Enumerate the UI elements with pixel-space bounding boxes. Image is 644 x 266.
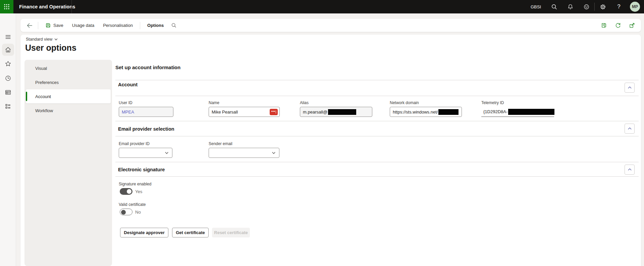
signature-enabled-toggle[interactable] [120, 188, 132, 195]
user-id-value: MPEA [122, 109, 134, 115]
forms-list-icon[interactable] [4, 102, 12, 110]
section-title-email: Email provider selection [118, 126, 174, 132]
field-user-id: User ID MPEA [119, 100, 173, 117]
alias-value: m.pearsall@ [303, 109, 327, 115]
topbar: Finance and Operations GBSI [0, 0, 644, 13]
tab-preferences[interactable]: Preferences [26, 75, 111, 89]
get-certificate-button[interactable]: Get certificate [172, 228, 209, 237]
alias-input[interactable]: m.pearsall@ [300, 107, 372, 117]
chevron-down-icon [271, 150, 276, 155]
valid-certificate-state: No [135, 210, 141, 215]
telemetry-id-value: {1D292D8A- [483, 109, 507, 114]
page-title: User options [25, 43, 76, 53]
email-provider-id-combobox[interactable] [119, 148, 172, 158]
hamburger-menu-icon[interactable] [4, 33, 12, 41]
name-label: Name [209, 100, 280, 105]
save-button[interactable]: Save [41, 20, 68, 31]
topbar-divider [71, 0, 72, 13]
field-network-domain: Network domain https://sts.windows.net/ [390, 100, 462, 117]
field-telemetry-id: Telemetry ID {1D292D8A- [481, 100, 554, 117]
actionbar-search-icon[interactable] [168, 20, 179, 31]
collapse-email-button[interactable] [625, 124, 635, 134]
notifications-bell-icon[interactable] [562, 0, 578, 13]
section-divider [115, 136, 639, 136]
form-heading: Set up account information [115, 64, 180, 70]
lastpass-icon[interactable]: ••• [270, 109, 278, 115]
content-card: Standard view User options Visual Prefer… [20, 35, 641, 266]
field-email-provider-id: Email provider ID [119, 141, 172, 158]
sender-email-combobox[interactable] [209, 148, 279, 158]
chevron-down-icon [164, 150, 169, 155]
chevron-up-icon [627, 126, 632, 131]
telemetry-id-field: {1D292D8A- [481, 107, 554, 117]
personalisation-button[interactable]: Personalisation [99, 20, 137, 31]
workspaces-window-icon[interactable] [4, 88, 12, 96]
feedback-smiley-icon[interactable] [578, 0, 594, 13]
alias-label: Alias [300, 100, 372, 105]
reset-certificate-button[interactable]: Reset certificate [212, 228, 250, 237]
waffle-grid-icon [3, 3, 10, 10]
name-value: Mike Pearsall [212, 109, 238, 115]
usage-data-button[interactable]: Usage data [68, 20, 99, 31]
user-id-label: User ID [119, 100, 173, 105]
network-domain-value: https://sts.windows.net/ [393, 109, 438, 115]
signature-enabled-label: Signature enabled [119, 182, 151, 186]
name-input[interactable]: Mike Pearsall ••• [209, 107, 280, 117]
vertical-tab-nav: Visual Preferences Account Workflow [24, 60, 112, 266]
view-selector-label: Standard view [26, 37, 52, 42]
actionbar-divider [140, 22, 140, 29]
selected-accent-bar [26, 92, 27, 101]
toggle-knob [121, 210, 126, 215]
app-title[interactable]: Finance and Operations [19, 4, 75, 9]
section-divider [115, 121, 639, 121]
valid-certificate-toggle[interactable] [120, 209, 132, 215]
chevron-down-icon [54, 37, 58, 41]
refresh-icon[interactable] [613, 21, 622, 30]
actionbar-right-group [599, 21, 637, 30]
left-rail [0, 13, 16, 266]
collapse-signature-button[interactable] [625, 165, 635, 175]
toggle-knob [127, 189, 131, 194]
help-icon[interactable]: ? [611, 0, 627, 13]
topbar-right-group: GBSI [526, 0, 644, 13]
designate-approver-button[interactable]: Designate approver [120, 228, 168, 237]
home-icon[interactable] [4, 46, 12, 54]
section-divider [115, 176, 639, 177]
section-title-signature: Electronic signature [118, 167, 165, 172]
actionbar-divider [38, 22, 38, 29]
section-divider [115, 96, 639, 96]
avatar[interactable]: MP [630, 2, 640, 12]
back-arrow-icon[interactable] [24, 20, 35, 31]
valid-certificate-label: Valid certificate [119, 202, 146, 207]
network-domain-input[interactable]: https://sts.windows.net/ [390, 107, 462, 117]
search-icon[interactable] [546, 0, 562, 13]
app-launcher-icon[interactable] [0, 0, 13, 13]
email-provider-id-label: Email provider ID [119, 141, 172, 146]
tab-options[interactable]: Options [143, 20, 168, 31]
redaction-block [328, 109, 356, 115]
signature-enabled-state: Yes [135, 189, 142, 194]
open-in-new-window-icon[interactable] [628, 21, 636, 30]
section-divider [115, 80, 639, 80]
tab-workflow[interactable]: Workflow [26, 103, 111, 118]
chevron-up-icon [627, 167, 632, 172]
view-selector[interactable]: Standard view [26, 37, 58, 42]
settings-gear-icon[interactable] [595, 0, 611, 13]
redaction-block [508, 109, 554, 115]
save-label: Save [53, 23, 63, 28]
section-title-account: Account [118, 82, 138, 87]
user-id-input[interactable]: MPEA [119, 107, 173, 117]
environment-badge[interactable]: GBSI [526, 0, 546, 13]
telemetry-id-label: Telemetry ID [481, 100, 554, 105]
section-divider [115, 162, 639, 162]
sender-email-label: Sender email [209, 141, 279, 146]
tab-account[interactable]: Account [26, 89, 111, 103]
open-in-office-icon[interactable] [599, 21, 608, 30]
collapse-account-button[interactable] [625, 83, 635, 93]
tab-visual[interactable]: Visual [26, 61, 111, 75]
field-sender-email: Sender email [209, 141, 279, 158]
favorites-star-icon[interactable] [4, 60, 12, 68]
action-bar: Save Usage data Personalisation Options [20, 19, 641, 32]
recent-clock-icon[interactable] [4, 74, 12, 82]
field-alias: Alias m.pearsall@ [300, 100, 372, 117]
